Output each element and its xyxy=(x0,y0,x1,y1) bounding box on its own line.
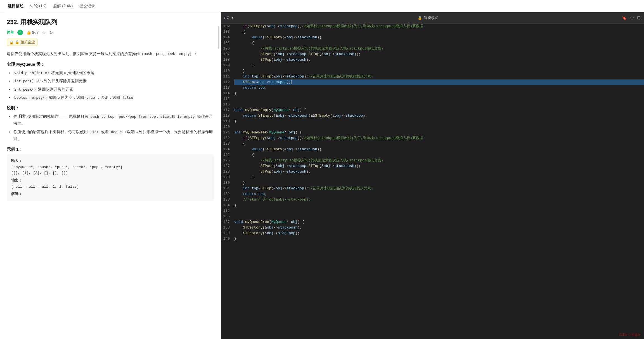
line-number: 118 xyxy=(221,113,234,119)
code-line-110: 110 } xyxy=(221,68,644,74)
company-tag[interactable]: 🔒 🔒 相关企业 xyxy=(7,39,37,46)
line-number: 110 xyxy=(221,68,234,74)
line-content: int myQueuePeek(MyQueue* obj) { xyxy=(234,130,644,135)
problem-description: 请你仅使用两个栈实现先入先出队列。队列应当支持一般队列支持的所有操作（push、… xyxy=(7,50,214,57)
line-number: 113 xyxy=(221,85,234,91)
code-line-135: 135 xyxy=(221,208,644,214)
line-number: 120 xyxy=(221,124,234,130)
refresh-icon[interactable]: ↻ xyxy=(49,30,53,35)
line-number: 107 xyxy=(221,51,234,57)
line-number: 126 xyxy=(221,158,234,163)
line-number: 132 xyxy=(221,191,234,197)
line-content: STDestory(&obj->stackpop); xyxy=(234,230,644,236)
notes-list: 你 只能 使用标准的栈操作 —— 也就是只有 push to top, peek… xyxy=(7,113,214,142)
line-number: 137 xyxy=(221,219,234,225)
line-content: } xyxy=(234,236,644,242)
code-line-106: 106 //将栈(stackpush模拟入队)的栈顶元素依次压入栈(stackp… xyxy=(221,46,644,51)
operation-item-3: boolean empty() 如果队列为空，返回 true ；否则，返回 fa… xyxy=(13,94,214,101)
check-icon: ✓ xyxy=(17,30,23,35)
line-content: { xyxy=(234,40,644,46)
line-content: } xyxy=(234,63,644,68)
line-number: 111 xyxy=(221,74,234,79)
line-content xyxy=(234,96,644,102)
tab-submissions[interactable]: 提交记录 xyxy=(76,0,98,12)
line-content xyxy=(234,124,644,130)
chevron-down-icon: ▼ xyxy=(231,16,234,19)
line-number: 139 xyxy=(221,230,234,236)
code-line-121: 121int myQueuePeek(MyQueue* obj) { xyxy=(221,130,644,135)
code-line-109: 109 } xyxy=(221,63,644,68)
code-line-127: 127 STPush(&obj->stackpop,STTop(&obj->st… xyxy=(221,163,644,169)
line-number: 136 xyxy=(221,214,234,219)
line-content: STPush(&obj->stackpop,STTop(&obj->stackp… xyxy=(234,51,644,57)
line-content: } xyxy=(234,180,644,186)
code-line-128: 128 STPop(&obj->stackpush); xyxy=(221,169,644,175)
code-line-107: 107 STPush(&obj->stackpop,STTop(&obj->st… xyxy=(221,51,644,57)
undo-icon[interactable]: ↩ xyxy=(630,15,634,20)
line-content xyxy=(234,102,644,107)
line-content xyxy=(234,214,644,219)
code-line-136: 136 xyxy=(221,214,644,219)
scrollbar-thumb[interactable] xyxy=(218,26,219,49)
company-tag-label: 🔒 相关企业 xyxy=(15,40,35,45)
operation-item-2: int peek() 返回队列开头的元素 xyxy=(13,86,214,93)
tab-solutions[interactable]: 题解 (2.4K) xyxy=(50,0,76,12)
tab-description[interactable]: 题目描述 xyxy=(4,0,27,12)
line-number: 125 xyxy=(221,152,234,158)
line-content xyxy=(234,208,644,214)
line-content: void myQueueFree(MyQueue* obj) { xyxy=(234,219,644,225)
line-number: 124 xyxy=(221,147,234,152)
main-container: 232. 用栈实现队列 简单 ✓ 👍 967 ☆ ↻ 🔒 🔒 相关企业 请你仅使… xyxy=(0,12,644,339)
code-line-118: 118 return STEmpty(&obj->stackpush)&&STE… xyxy=(221,113,644,119)
line-number: 123 xyxy=(221,141,234,147)
code-line-138: 138 STDestory(&obj->stackpush); xyxy=(221,225,644,230)
input-value-2: [[], [1], [2], [], [], []] xyxy=(11,170,209,176)
editor-lang-selector[interactable]: i C ▼ xyxy=(224,16,234,20)
code-line-108: 108 STPop(&obj->stackpush); xyxy=(221,57,644,63)
code-line-113: 113 return top; xyxy=(221,85,644,91)
code-editor: i C ▼ 🔒 智能模式 🔖 ↩ ⊡ 102 if(STEmpty(&obj->… xyxy=(221,12,644,339)
line-number: 135 xyxy=(221,208,234,214)
code-line-140: 140} xyxy=(221,236,644,242)
line-content: STPop(&obj->stackpop); xyxy=(234,79,644,85)
line-number: 102 xyxy=(221,23,234,29)
line-content: if(STEmpty(&obj->stackpop))//如果栈(stackpo… xyxy=(234,23,644,29)
star-icon[interactable]: ☆ xyxy=(42,30,46,35)
line-number: 119 xyxy=(221,119,234,124)
line-number: 117 xyxy=(221,107,234,113)
note-title: 说明： xyxy=(7,105,214,111)
tab-discussion[interactable]: 讨论 (1K) xyxy=(27,0,50,12)
operation-item-0: void push(int x) 将元素 x 推到队列的末尾 xyxy=(13,69,214,76)
line-number: 131 xyxy=(221,186,234,191)
bookmark-icon[interactable]: 🔖 xyxy=(622,16,627,20)
output-label: 输出： xyxy=(11,178,209,183)
layout-icon[interactable]: ⊡ xyxy=(637,15,641,20)
note-item-1: 你所使用的语言也许不支持栈。你可以使用 list 或者 deque（双端队列）来… xyxy=(13,128,214,143)
line-number: 130 xyxy=(221,180,234,186)
code-line-126: 126 //将栈(stackpush模拟入队)的栈顶元素依次压入栈(stackp… xyxy=(221,158,644,163)
line-content: return top; xyxy=(234,85,644,91)
like-section: 👍 967 xyxy=(26,30,39,35)
lang-icon: i xyxy=(224,16,225,20)
line-content: STPop(&obj->stackpush); xyxy=(234,169,644,175)
thumb-up-icon[interactable]: 👍 xyxy=(26,30,31,35)
code-line-137: 137void myQueueFree(MyQueue* obj) { xyxy=(221,219,644,225)
line-number: 133 xyxy=(221,197,234,203)
line-content: STDestory(&obj->stackpush); xyxy=(234,225,644,230)
code-line-119: 119} xyxy=(221,119,644,124)
code-line-131: 131 int top=STTop(&obj->stackpop);//记录用来… xyxy=(221,186,644,191)
line-number: 140 xyxy=(221,236,234,242)
line-number: 116 xyxy=(221,102,234,107)
line-number: 109 xyxy=(221,63,234,68)
code-line-134: 134} xyxy=(221,203,644,208)
code-area[interactable]: 102 if(STEmpty(&obj->stackpop))//如果栈(sta… xyxy=(221,23,644,339)
line-number: 114 xyxy=(221,91,234,96)
line-content: } xyxy=(234,91,644,96)
editor-mode-selector[interactable]: 🔒 智能模式 xyxy=(418,15,438,20)
code-line-115: 115 xyxy=(221,96,644,102)
code-line-117: 117bool myQueueEmpty(MyQueue* obj) { xyxy=(221,107,644,113)
code-line-102: 102 if(STEmpty(&obj->stackpop))//如果栈(sta… xyxy=(221,23,644,29)
example-title: 示例 1： xyxy=(7,147,214,152)
line-content: } xyxy=(234,203,644,208)
like-count: 967 xyxy=(32,30,39,35)
